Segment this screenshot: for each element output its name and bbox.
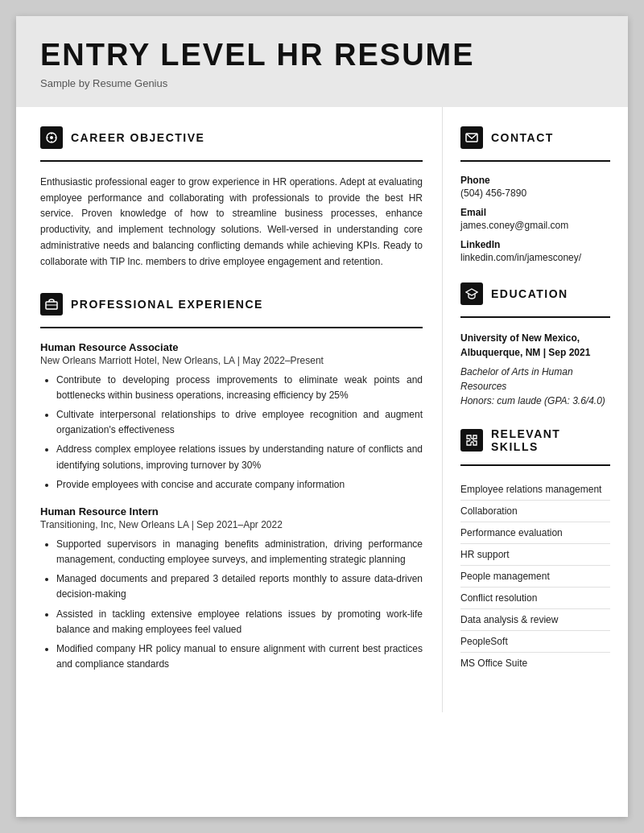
contact-email-value: james.coney@gmail.com [460, 220, 610, 231]
job-1-bullet-3: Address complex employee relations issue… [56, 442, 423, 472]
right-column: CONTACT Phone (504) 456-7890 Email james… [443, 107, 628, 712]
job-1-bullet-1: Contribute to developing process improve… [56, 373, 423, 403]
pro-exp-header: PROFESSIONAL EXPERIENCE [40, 293, 423, 315]
skill-9: MS Office Suite [460, 653, 610, 674]
job-1: Human Resource Associate New Orleans Mar… [40, 341, 423, 493]
envelope-icon [460, 126, 483, 149]
professional-experience-section: PROFESSIONAL EXPERIENCE Human Resource A… [40, 293, 423, 673]
education-title: EDUCATION [491, 287, 568, 300]
skill-4: HR support [460, 544, 610, 566]
career-objective-header: CAREER OBJECTIVE [40, 126, 423, 149]
resume-subtitle: Sample by Resume Genius [40, 77, 604, 89]
resume-title: ENTRY LEVEL HR RESUME [40, 39, 604, 72]
skill-1: Employee relations management [460, 479, 610, 501]
education-section: EDUCATION University of New Mexico, Albu… [460, 282, 610, 408]
contact-email-label: Email [460, 207, 610, 218]
contact-phone-value: (504) 456-7890 [460, 188, 610, 199]
svg-point-1 [50, 136, 53, 139]
skills-section: RELEVANT SKILLS Employee relations manag… [460, 427, 610, 674]
resume-body: CAREER OBJECTIVE Enthusiastic profession… [16, 107, 628, 712]
career-objective-text: Enthusiastic professional eager to grow … [40, 175, 423, 270]
job-1-meta: New Orleans Marriott Hotel, New Orleans,… [40, 355, 423, 366]
contact-title: CONTACT [491, 131, 554, 144]
job-2-bullet-1: Supported supervisors in managing benefi… [56, 537, 423, 567]
job-1-bullet-4: Provide employees with concise and accur… [56, 477, 423, 493]
skills-header: RELEVANT SKILLS [460, 427, 610, 453]
job-2-bullet-4: Modified company HR policy manual to ens… [56, 641, 423, 672]
education-divider [460, 316, 610, 318]
skills-title: RELEVANT SKILLS [491, 427, 610, 453]
svg-marker-9 [466, 289, 477, 295]
job-1-bullet-2: Cultivate interpersonal relationships to… [56, 407, 423, 438]
edu-university: University of New Mexico, Albuquerque, N… [460, 331, 610, 360]
skill-6: Conflict resolution [460, 588, 610, 609]
education-header: EDUCATION [460, 282, 610, 305]
resume-header: ENTRY LEVEL HR RESUME Sample by Resume G… [16, 16, 628, 107]
edu-degree-text: Bachelor of Arts in Human Resources [460, 366, 573, 392]
skills-divider [460, 464, 610, 466]
job-1-bullets: Contribute to developing process improve… [40, 373, 423, 493]
career-objective-title: CAREER OBJECTIVE [71, 131, 204, 144]
left-column: CAREER OBJECTIVE Enthusiastic profession… [16, 107, 443, 712]
job-2-title: Human Resource Intern [40, 505, 423, 518]
skill-3: Performance evaluation [460, 522, 610, 544]
graduation-icon [460, 282, 483, 305]
career-icon [40, 126, 63, 149]
contact-divider [460, 160, 610, 162]
briefcase-icon [40, 293, 63, 315]
job-2-bullet-3: Assisted in tackling extensive employee … [56, 607, 423, 637]
edu-degree: Bachelor of Arts in Human Resources Hono… [460, 365, 610, 408]
skill-7: Data analysis & review [460, 609, 610, 631]
skill-5: People management [460, 566, 610, 588]
job-2-meta: Transitioning, Inc, New Orleans LA | Sep… [40, 519, 423, 530]
job-1-title: Human Resource Associate [40, 341, 423, 353]
pro-exp-divider [40, 327, 423, 328]
edu-honors: Honors: cum laude (GPA: 3.6/4.0) [460, 395, 605, 406]
contact-linkedin-value: linkedin.com/in/jamesconey/ [460, 252, 610, 263]
puzzle-icon [460, 429, 483, 452]
job-2-bullets: Supported supervisors in managing benefi… [40, 537, 423, 673]
contact-header: CONTACT [460, 126, 610, 149]
resume-container: ENTRY LEVEL HR RESUME Sample by Resume G… [16, 16, 628, 817]
skills-list: Employee relations management Collaborat… [460, 479, 610, 674]
pro-exp-title: PROFESSIONAL EXPERIENCE [71, 298, 263, 311]
skill-2: Collaboration [460, 501, 610, 522]
skill-8: PeopleSoft [460, 631, 610, 653]
contact-phone-label: Phone [460, 175, 610, 186]
job-2-bullet-2: Managed documents and prepared 3 detaile… [56, 571, 423, 602]
job-2: Human Resource Intern Transitioning, Inc… [40, 505, 423, 673]
contact-linkedin-label: LinkedIn [460, 239, 610, 250]
contact-section: CONTACT Phone (504) 456-7890 Email james… [460, 126, 610, 263]
career-divider [40, 160, 423, 162]
